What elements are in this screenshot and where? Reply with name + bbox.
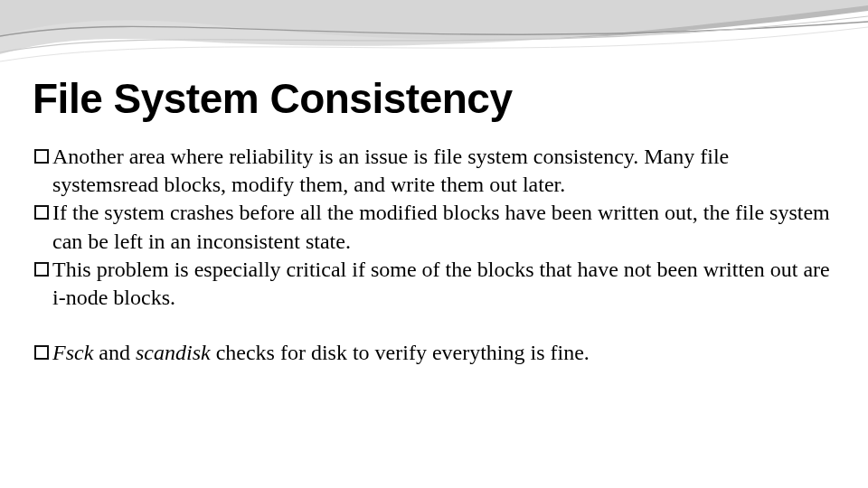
slide-body: Another area where reliability is an iss… bbox=[36, 143, 832, 367]
bullet-square-icon bbox=[34, 149, 49, 164]
bullet-item: Another area where reliability is an iss… bbox=[36, 143, 832, 199]
closing-italic-scandisk: scandisk bbox=[136, 341, 211, 364]
slide-header-decoration bbox=[0, 0, 868, 72]
bullet-text: If the system crashes before all the mod… bbox=[52, 199, 832, 255]
closing-mid: and bbox=[93, 341, 136, 364]
bullet-text: Fsck and scandisk checks for disk to ver… bbox=[52, 339, 832, 367]
closing-end: checks for disk to verify everything is … bbox=[211, 341, 590, 364]
bullet-square-icon bbox=[34, 205, 49, 220]
bullet-square-icon bbox=[34, 262, 49, 277]
bullet-text: This problem is especially critical if s… bbox=[52, 256, 832, 312]
bullet-square-icon bbox=[34, 345, 49, 360]
slide-title: File System Consistency bbox=[33, 74, 512, 123]
closing-italic-fsck: Fsck bbox=[52, 341, 93, 364]
bullet-item: If the system crashes before all the mod… bbox=[36, 199, 832, 255]
bullet-text: Another area where reliability is an iss… bbox=[52, 143, 832, 199]
bullet-item-closing: Fsck and scandisk checks for disk to ver… bbox=[36, 339, 832, 367]
bullet-item: This problem is especially critical if s… bbox=[36, 256, 832, 312]
